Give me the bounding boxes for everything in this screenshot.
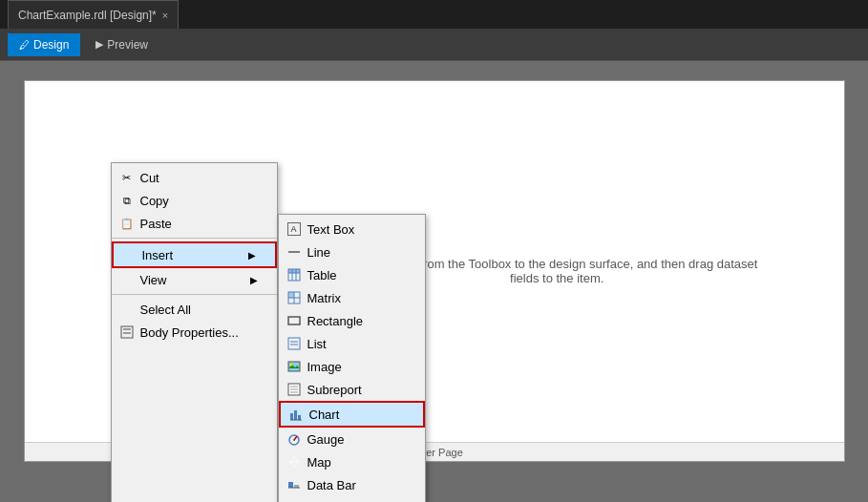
view-arrow: ▶ (250, 275, 258, 285)
menu-item-paste[interactable]: 📋 Paste (112, 212, 277, 235)
insert-submenu: A Text Box Line (278, 214, 426, 502)
submenu-item-table[interactable]: Table (279, 263, 425, 286)
databar-label: Data Bar (307, 478, 356, 492)
preview-icon: ▶ (95, 38, 103, 51)
main-area: Drag items from the Toolbox to the desig… (0, 61, 868, 502)
svg-point-30 (293, 439, 295, 441)
paste-icon: 📋 (119, 216, 135, 231)
gauge-label: Gauge (307, 432, 345, 447)
insert-icon (121, 247, 137, 262)
svg-rect-14 (288, 338, 300, 349)
menu-item-cut[interactable]: ✂ Cut (112, 166, 277, 189)
cut-icon: ✂ (119, 170, 135, 185)
image-icon (286, 359, 302, 374)
submenu-item-gauge[interactable]: Gauge (279, 428, 425, 450)
submenu-item-sparkline[interactable]: Sparkline (279, 496, 425, 502)
design-label: Design (33, 38, 69, 52)
menu-item-view[interactable]: View ▶ (112, 268, 277, 291)
rectangle-icon (286, 313, 302, 328)
insert-arrow: ▶ (248, 250, 256, 261)
svg-rect-1 (123, 328, 131, 330)
design-icon: 🖊 (19, 39, 30, 51)
menu-item-insert[interactable]: Insert ▶ (112, 241, 277, 268)
preview-button[interactable]: ▶ Preview (84, 33, 159, 56)
separator-2 (112, 294, 277, 295)
svg-rect-25 (294, 410, 297, 420)
chart-icon (288, 407, 304, 422)
chart-label: Chart (309, 408, 340, 422)
line-label: Line (307, 245, 331, 260)
image-label: Image (307, 360, 342, 374)
view-label: View (140, 273, 167, 287)
menu-item-copy[interactable]: ⧉ Copy (112, 189, 277, 212)
svg-rect-2 (123, 332, 131, 334)
view-icon (119, 272, 135, 287)
subreport-label: Subreport (307, 383, 362, 397)
line-icon (286, 244, 302, 260)
submenu-item-chart[interactable]: Chart (279, 401, 425, 428)
design-button[interactable]: 🖊 Design (8, 33, 80, 56)
preview-label: Preview (107, 38, 148, 52)
svg-rect-24 (290, 413, 293, 420)
matrix-icon (286, 290, 302, 305)
title-bar: ChartExample.rdl [Design]* × (0, 0, 868, 29)
select-all-label: Select All (140, 303, 191, 317)
gauge-icon (286, 431, 302, 447)
menu-item-select-all[interactable]: Select All (112, 298, 277, 321)
file-tab[interactable]: ChartExample.rdl [Design]* × (8, 0, 179, 29)
table-label: Table (307, 268, 337, 282)
databar-icon (286, 477, 302, 492)
table-icon (286, 267, 302, 282)
select-all-icon (119, 302, 135, 317)
submenu-item-rectangle[interactable]: Rectangle (279, 309, 425, 332)
submenu-item-databar[interactable]: Data Bar (279, 473, 425, 496)
svg-rect-8 (288, 269, 300, 273)
design-canvas[interactable]: Drag items from the Toolbox to the desig… (24, 80, 845, 462)
menu-item-body-properties[interactable]: Body Properties... (112, 321, 277, 344)
copy-label: Copy (140, 194, 169, 208)
context-menu-container: ✂ Cut ⧉ Copy 📋 Paste Insert (111, 162, 426, 502)
subreport-icon (286, 382, 302, 397)
rectangle-label: Rectangle (307, 314, 364, 328)
copy-icon: ⧉ (119, 193, 135, 208)
toolbar: 🖊 Design ▶ Preview (0, 29, 868, 61)
paste-label: Paste (140, 217, 172, 231)
submenu-item-image[interactable]: Image (279, 355, 425, 378)
context-menu: ✂ Cut ⧉ Copy 📋 Paste Insert (111, 162, 278, 502)
submenu-item-map[interactable]: Map (279, 450, 425, 473)
map-label: Map (307, 455, 331, 470)
list-label: List (307, 337, 327, 351)
body-properties-icon (119, 324, 135, 340)
submenu-item-line[interactable]: Line (279, 241, 425, 263)
svg-rect-26 (298, 415, 301, 420)
submenu-item-subreport[interactable]: Subreport (279, 378, 425, 401)
svg-rect-13 (288, 317, 300, 324)
matrix-label: Matrix (307, 291, 341, 305)
body-properties-label: Body Properties... (140, 325, 239, 340)
tab-close-button[interactable]: × (162, 10, 168, 21)
submenu-item-list[interactable]: List (279, 332, 425, 355)
svg-point-19 (289, 364, 292, 366)
insert-label: Insert (142, 248, 174, 262)
svg-rect-34 (288, 482, 293, 488)
separator-1 (112, 238, 277, 239)
cut-label: Cut (140, 171, 159, 185)
tab-label: ChartExample.rdl [Design]* (18, 9, 157, 22)
map-icon (286, 454, 302, 470)
svg-rect-12 (288, 292, 294, 298)
textbox-icon: A (286, 221, 302, 237)
submenu-item-matrix[interactable]: Matrix (279, 286, 425, 309)
submenu-item-textbox[interactable]: A Text Box (279, 218, 425, 241)
textbox-label: Text Box (307, 222, 355, 237)
list-icon (286, 336, 302, 351)
